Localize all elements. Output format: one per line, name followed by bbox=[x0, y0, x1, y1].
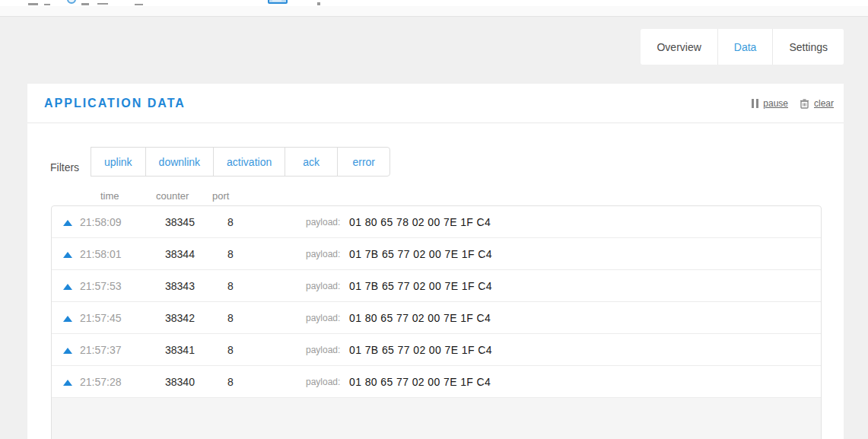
cell-counter: 38340 bbox=[165, 366, 195, 398]
breadcrumb-fragment bbox=[28, 3, 38, 5]
tab-settings[interactable]: Settings bbox=[772, 29, 844, 65]
payload-value: 01 7B 65 77 02 00 7E 1F C4 bbox=[349, 270, 492, 302]
panel-actions: pause clear bbox=[752, 98, 834, 109]
device-icon bbox=[268, 0, 288, 4]
pause-button[interactable]: pause bbox=[752, 98, 788, 109]
filter-uplink[interactable]: uplink bbox=[91, 147, 146, 177]
filters-label: Filters bbox=[50, 161, 81, 173]
payload-label: payload: bbox=[306, 366, 340, 398]
column-header-port: port bbox=[212, 190, 229, 202]
table-rows: 21:58:09 38345 8 payload: 01 80 65 78 02… bbox=[52, 206, 821, 398]
table-column-headers: time counter port bbox=[51, 190, 822, 205]
clear-button[interactable]: clear bbox=[800, 98, 834, 109]
cell-time: 21:57:53 bbox=[80, 270, 122, 302]
breadcrumb-fragment bbox=[44, 4, 50, 5]
uplink-arrow-icon bbox=[63, 380, 72, 386]
uplink-arrow-icon bbox=[63, 348, 72, 354]
application-data-panel: APPLICATION DATA pause clear Filte bbox=[27, 84, 844, 439]
cell-port: 8 bbox=[227, 366, 234, 398]
pause-icon bbox=[752, 99, 758, 108]
uplink-arrow-icon bbox=[63, 284, 72, 290]
pause-label: pause bbox=[763, 98, 788, 109]
payload-label: payload: bbox=[306, 334, 340, 366]
payload-label: payload: bbox=[306, 270, 340, 302]
application-circle-icon bbox=[67, 0, 76, 4]
filter-error[interactable]: error bbox=[337, 147, 390, 177]
uplink-arrow-icon bbox=[63, 252, 72, 258]
table-row[interactable]: 21:57:45 38342 8 payload: 01 80 65 77 02… bbox=[52, 302, 821, 334]
page-title: APPLICATION DATA bbox=[44, 97, 186, 110]
uplink-arrow-icon bbox=[63, 220, 72, 226]
panel-header: APPLICATION DATA pause clear bbox=[27, 84, 844, 123]
uplink-arrow-icon bbox=[63, 316, 72, 322]
payload-value: 01 7B 65 77 02 00 7E 1F C4 bbox=[349, 334, 492, 366]
filters-row: Filters uplink downlink activation ack e… bbox=[50, 147, 844, 177]
breadcrumb-fragment bbox=[317, 2, 320, 5]
cell-counter: 38343 bbox=[165, 270, 195, 302]
tab-data[interactable]: Data bbox=[717, 29, 773, 65]
payload-value: 01 80 65 77 02 00 7E 1F C4 bbox=[349, 366, 491, 398]
tab-overview[interactable]: Overview bbox=[641, 29, 717, 65]
filter-button-group: uplink downlink activation ack error bbox=[91, 147, 390, 177]
cell-time: 21:57:45 bbox=[80, 302, 122, 334]
payload-value: 01 80 65 77 02 00 7E 1F C4 bbox=[349, 302, 491, 334]
table-row[interactable]: 21:57:53 38343 8 payload: 01 7B 65 77 02… bbox=[52, 270, 821, 302]
payload-value: 01 7B 65 77 02 00 7E 1F C4 bbox=[349, 238, 492, 270]
cell-time: 21:58:09 bbox=[80, 206, 122, 238]
cell-port: 8 bbox=[227, 334, 234, 366]
filter-downlink[interactable]: downlink bbox=[145, 147, 214, 177]
cell-time: 21:57:28 bbox=[80, 366, 122, 398]
table-footer bbox=[52, 398, 821, 439]
top-navigation-bar bbox=[0, 0, 868, 6]
table-row[interactable]: 21:58:09 38345 8 payload: 01 80 65 78 02… bbox=[52, 206, 821, 238]
table-row[interactable]: 21:58:01 38344 8 payload: 01 7B 65 77 02… bbox=[52, 238, 821, 270]
cell-counter: 38342 bbox=[165, 302, 195, 334]
cell-port: 8 bbox=[227, 238, 234, 270]
cell-time: 21:57:37 bbox=[80, 334, 122, 366]
payload-value: 01 80 65 78 02 00 7E 1F C4 bbox=[349, 206, 491, 238]
cell-counter: 38341 bbox=[165, 334, 195, 366]
application-data-table: 21:58:09 38345 8 payload: 01 80 65 78 02… bbox=[51, 205, 822, 439]
cell-time: 21:58:01 bbox=[80, 238, 122, 270]
breadcrumb-fragment bbox=[135, 4, 143, 5]
payload-label: payload: bbox=[306, 238, 340, 270]
cell-counter: 38344 bbox=[165, 238, 195, 270]
cell-port: 8 bbox=[227, 302, 234, 334]
page-tabs: Overview Data Settings bbox=[641, 29, 844, 65]
breadcrumb-fragment bbox=[97, 3, 108, 5]
cell-port: 8 bbox=[227, 206, 234, 238]
filter-ack[interactable]: ack bbox=[285, 147, 338, 177]
table-row[interactable]: 21:57:37 38341 8 payload: 01 7B 65 77 02… bbox=[52, 334, 821, 366]
table-row[interactable]: 21:57:28 38340 8 payload: 01 80 65 77 02… bbox=[52, 366, 821, 398]
clear-label: clear bbox=[814, 98, 834, 109]
cell-counter: 38345 bbox=[165, 206, 195, 238]
filter-activation[interactable]: activation bbox=[213, 147, 285, 177]
payload-label: payload: bbox=[306, 206, 340, 238]
payload-label: payload: bbox=[306, 302, 340, 334]
column-header-time: time bbox=[100, 190, 119, 202]
breadcrumb-fragment bbox=[81, 3, 89, 5]
cell-port: 8 bbox=[227, 270, 234, 302]
trash-icon bbox=[800, 98, 809, 109]
secondary-bar bbox=[0, 6, 868, 17]
column-header-counter: counter bbox=[156, 190, 189, 202]
